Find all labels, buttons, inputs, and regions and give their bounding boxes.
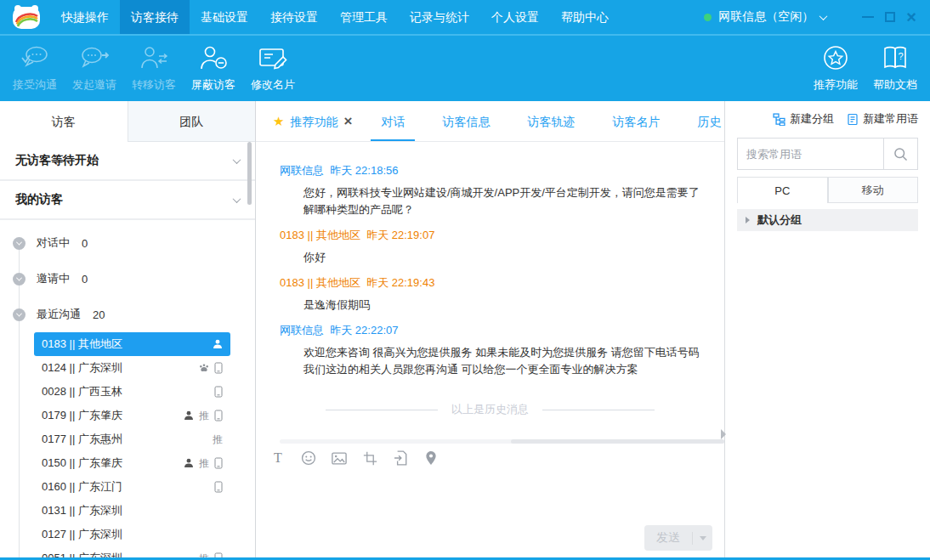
close-button[interactable]: × [906,11,916,23]
transfer-visitor-button[interactable]: 转移访客 [124,45,184,93]
default-group-row[interactable]: 默认分组 [737,209,918,231]
new-group-button[interactable]: 新建分组 [773,111,834,127]
phone-icon [214,362,223,374]
collapse-circle-icon [13,237,26,250]
recommend-feature-button[interactable]: 推荐功能 [806,45,865,93]
send-label: 发送 [644,530,692,546]
menu-basic-settings[interactable]: 基础设置 [190,0,259,34]
message: 0183 || 其他地区 昨天 22:19:43 是逸海假期吗 [280,275,700,314]
message-sender: 网联信息 [280,164,324,177]
sidebar-scrollbar[interactable] [247,142,252,205]
new-group-icon [773,113,785,126]
menu-records-stats[interactable]: 记录与统计 [399,0,480,34]
tab-visitors[interactable]: 访客 [0,101,128,142]
visitor-row[interactable]: 0179 || 广东肇庆 推 [34,404,230,427]
app-window: 快捷操作 访客接待 基础设置 接待设置 管理工具 记录与统计 个人设置 帮助中心… [0,0,930,560]
message-input[interactable] [256,472,724,518]
app-logo-icon [11,3,42,31]
font-icon[interactable]: T [270,450,286,466]
group-recent-chats[interactable]: 最近沟通 20 [0,297,255,332]
menu-reception-settings[interactable]: 接待设置 [259,0,329,34]
visitor-row[interactable]: 0131 || 广东深圳 [34,499,230,523]
group-in-conversation[interactable]: 对话中 0 [0,225,255,261]
visitor-row[interactable]: 0183 || 其他地区 [34,332,230,356]
block-visitor-button[interactable]: 屏蔽访客 [184,45,243,93]
visitor-row[interactable]: 0124 || 广东深圳 [34,356,230,380]
tab-conversation[interactable]: 对话 [362,101,423,142]
menu-personal-settings[interactable]: 个人设置 [480,0,550,34]
location-icon[interactable] [423,450,439,466]
accept-chat-button[interactable]: 接受沟通 [5,45,65,93]
minimize-button[interactable] [862,16,874,18]
screenshot-icon[interactable] [362,450,377,466]
collapse-circle-icon [13,308,26,321]
visitor-name: 0127 || 广东深圳 [42,527,122,542]
chevron-down-icon [233,156,241,164]
collapse-panel-handle[interactable] [721,429,726,439]
star-circle-icon [820,45,851,73]
send-options-button[interactable] [693,536,712,540]
search-button[interactable] [883,139,917,169]
recommend-feature-label: 推荐功能 [814,77,858,93]
visitor-row[interactable]: 0177 || 广东惠州 推 [34,427,230,451]
visitor-row[interactable]: 0150 || 广东肇庆 推 [34,451,230,475]
new-phrase-button[interactable]: 新建常用语 [847,111,918,127]
tab-team[interactable]: 团队 [128,101,256,142]
tab-pc[interactable]: PC [737,177,828,203]
group-count: 0 [82,237,88,250]
chevron-down-icon [819,12,828,20]
chat-tabs: ★ 推荐功能 × 对话 访客信息 访客轨迹 访客名片 历史 [256,101,724,142]
visitor-row[interactable]: 0160 || 广东江门 [34,475,230,499]
section-no-waiting-visitors[interactable]: 无访客等待开始 [0,142,255,181]
message-list: 网联信息 昨天 22:18:56 您好，网联科技专业网站建设/商城开发/APP开… [256,142,724,439]
section-my-visitors[interactable]: 我的访客 [0,181,255,220]
person-icon [213,339,223,349]
visitor-row[interactable]: 0028 || 广西玉林 [34,380,230,404]
image-icon[interactable] [332,450,347,466]
send-button[interactable]: 发送 [644,525,712,551]
menu-help-center[interactable]: 帮助中心 [550,0,620,34]
message-sender: 0183 || 其他地区 [280,276,360,289]
visitor-name: 0051 || 广东深圳 [42,551,122,557]
start-invite-button[interactable]: 发起邀请 [65,45,124,93]
menu-visitor-reception[interactable]: 访客接待 [120,0,190,34]
menu-quick-actions[interactable]: 快捷操作 [50,0,120,34]
visitor-row[interactable]: 0051 || 广东深圳 推 [34,546,230,557]
close-icon[interactable]: × [343,114,352,128]
help-doc-button[interactable]: ? 帮助文档 [865,45,925,93]
new-phrase-icon [847,113,859,126]
quick-phrases-panel: 新建分组 新建常用语 PC 移动 默认分组 [724,101,930,557]
help-doc-label: 帮助文档 [873,77,917,93]
menu-admin-tools[interactable]: 管理工具 [329,0,399,34]
sidebar-tabs: 访客 团队 [0,101,255,142]
visitor-row[interactable]: 0127 || 广东深圳 [34,523,230,546]
new-group-label: 新建分组 [790,111,834,127]
group-inviting[interactable]: 邀请中 0 [0,261,255,297]
section-label: 我的访客 [15,192,63,207]
emoji-icon[interactable] [301,450,316,466]
chevron-right-icon [746,217,750,223]
tab-recommend-feature[interactable]: ★ 推荐功能 × [263,101,362,142]
tab-history[interactable]: 历史 [678,101,724,142]
phone-icon [214,410,223,421]
maximize-button[interactable] [885,12,895,22]
message-header: 网联信息 昨天 22:18:56 [280,163,700,178]
tab-visitor-card[interactable]: 访客名片 [593,101,678,142]
compose-scrollbar[interactable] [280,439,724,444]
visitor-name: 0183 || 其他地区 [42,337,122,352]
tab-visitor-info[interactable]: 访客信息 [423,101,508,142]
edit-card-button[interactable]: 修改名片 [243,45,303,93]
send-file-icon[interactable] [393,450,408,466]
agent-status-dropdown[interactable]: 网联信息（空闲） [704,9,826,25]
visitor-name: 0131 || 广东深圳 [42,503,122,518]
new-phrase-label: 新建常用语 [863,111,918,127]
message-header: 网联信息 昨天 22:22:07 [280,323,700,338]
search-input[interactable] [738,139,883,169]
main-menu: 快捷操作 访客接待 基础设置 接待设置 管理工具 记录与统计 个人设置 帮助中心 [50,0,620,34]
message: 网联信息 昨天 22:18:56 您好，网联科技专业网站建设/商城开发/APP开… [280,163,700,218]
compose-footer: 发送 [256,518,724,557]
tab-visitor-track[interactable]: 访客轨迹 [508,101,593,142]
chat-accept-icon [20,45,50,73]
visitor-name: 0160 || 广东江门 [42,479,122,495]
tab-mobile[interactable]: 移动 [828,177,919,203]
